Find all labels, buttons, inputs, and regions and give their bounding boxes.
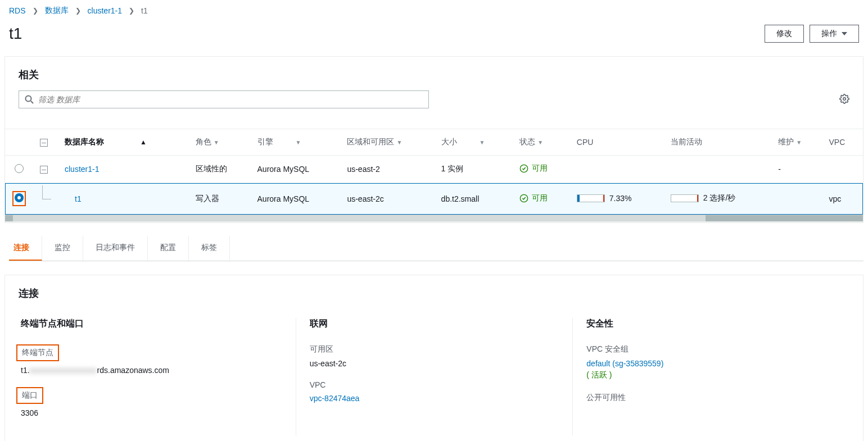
cell-vpc: vpc (822, 183, 863, 215)
chevron-right-icon: ❯ (33, 7, 38, 15)
sg-label: VPC 安全组 (586, 344, 840, 354)
caret-down-icon (842, 32, 847, 35)
row-radio[interactable] (15, 164, 24, 173)
cell-size: 1 实例 (435, 156, 513, 183)
vpc-label: VPC (310, 380, 564, 389)
az-label: 可用区 (310, 344, 564, 354)
cell-region: us-east-2 (340, 156, 434, 183)
endpoint-port-heading: 终端节点和端口 (21, 318, 287, 330)
connection-title: 连接 (19, 287, 849, 300)
cell-maintenance: - (771, 156, 822, 183)
settings-gear-icon[interactable] (839, 94, 849, 106)
tab-logs-events[interactable]: 日志和事件 (83, 236, 148, 261)
col-maintenance[interactable]: 维护▼ (771, 129, 822, 156)
tab-monitor[interactable]: 监控 (42, 236, 83, 261)
col-role[interactable]: 角色▼ (189, 129, 251, 156)
svg-line-1 (31, 101, 33, 103)
table-row[interactable]: cluster1-1 区域性的 Aurora MySQL us-east-2 1… (5, 156, 863, 183)
db-name-link[interactable]: t1 (75, 194, 82, 203)
cell-engine: Aurora MySQL (251, 156, 341, 183)
databases-table: 数据库名称 ▲ 角色▼ 引擎▼ 区域和可用区▼ 大小▼ 状态▼ CPU 当前活动… (5, 129, 863, 222)
breadcrumb: RDS ❯ 数据库 ❯ cluster1-1 ❯ t1 (0, 0, 868, 20)
row-radio-selected[interactable] (15, 193, 24, 202)
tab-connect[interactable]: 连接 (9, 236, 42, 261)
table-row[interactable]: t1 写入器 Aurora MySQL us-east-2c db.t2.sma… (5, 183, 863, 215)
check-circle-icon (519, 194, 528, 203)
connection-panel: 连接 终端节点和端口 终端节点 t1.xxxxxxxxxxxxxxxrds.am… (4, 275, 864, 441)
endpoint-label: 终端节点 (16, 344, 59, 361)
cpu-bar: 7.33% (577, 194, 632, 203)
collapse-all-icon[interactable] (40, 139, 48, 147)
table-header-row: 数据库名称 ▲ 角色▼ 引擎▼ 区域和可用区▼ 大小▼ 状态▼ CPU 当前活动… (5, 129, 863, 156)
activity-bar: 2 选择/秒 (671, 193, 736, 203)
breadcrumb-current: t1 (141, 6, 148, 15)
chevron-right-icon: ❯ (75, 7, 81, 15)
cell-region: us-east-2c (340, 183, 434, 215)
endpoint-value: t1.xxxxxxxxxxxxxxxrds.amazonaws.com (21, 366, 287, 375)
tree-branch-icon (40, 196, 51, 203)
detail-tabs: 连接 监控 日志和事件 配置 标签 (9, 236, 864, 261)
cell-role: 区域性的 (189, 156, 251, 183)
check-circle-icon (519, 164, 528, 173)
port-value: 3306 (21, 408, 287, 417)
vpc-link[interactable]: vpc-82474aea (310, 394, 360, 403)
security-group-link[interactable]: default (sg-35839559) (586, 359, 663, 368)
status-badge: 可用 (519, 163, 548, 174)
page-title: t1 (9, 25, 22, 43)
sort-asc-icon: ▲ (140, 138, 147, 146)
modify-button[interactable]: 修改 (765, 25, 804, 43)
svg-point-3 (521, 165, 528, 172)
horizontal-scrollbar[interactable] (5, 215, 863, 221)
endpoint-port-column: 终端节点和端口 终端节点 t1.xxxxxxxxxxxxxxxrds.amazo… (19, 318, 296, 435)
col-size[interactable]: 大小▼ (435, 129, 513, 156)
chevron-right-icon: ❯ (129, 7, 134, 15)
col-engine[interactable]: 引擎▼ (251, 129, 341, 156)
actions-dropdown-button[interactable]: 操作 (810, 25, 859, 43)
related-title: 相关 (19, 68, 849, 81)
tab-tags[interactable]: 标签 (189, 236, 230, 261)
related-panel: 相关 数据库名称 ▲ 角色▼ 引擎▼ (4, 56, 864, 222)
cell-engine: Aurora MySQL (251, 183, 341, 215)
col-cpu[interactable]: CPU (570, 129, 664, 156)
filter-search-box[interactable] (19, 90, 429, 108)
svg-point-0 (26, 96, 31, 102)
security-heading: 安全性 (586, 318, 840, 330)
networking-heading: 联网 (310, 318, 564, 330)
breadcrumb-rds[interactable]: RDS (9, 6, 26, 15)
cell-size: db.t2.small (435, 183, 513, 215)
svg-point-2 (843, 97, 846, 100)
az-value: us-east-2c (310, 359, 564, 368)
breadcrumb-databases[interactable]: 数据库 (45, 6, 69, 16)
port-label: 端口 (16, 387, 43, 404)
collapse-icon[interactable] (40, 166, 48, 174)
col-name[interactable]: 数据库名称 ▲ (58, 129, 189, 156)
public-access-label: 公开可用性 (586, 393, 840, 403)
col-region-az[interactable]: 区域和可用区▼ (340, 129, 434, 156)
search-icon (25, 95, 34, 104)
col-activity[interactable]: 当前活动 (664, 129, 771, 156)
breadcrumb-cluster[interactable]: cluster1-1 (88, 6, 122, 15)
filter-input[interactable] (38, 95, 423, 104)
col-vpc[interactable]: VPC (822, 129, 863, 156)
col-status[interactable]: 状态▼ (513, 129, 569, 156)
sg-active-status: ( 活跃 ) (586, 370, 840, 380)
cell-role: 写入器 (189, 183, 251, 215)
db-name-link[interactable]: cluster1-1 (65, 165, 99, 174)
tab-config[interactable]: 配置 (148, 236, 189, 261)
status-badge: 可用 (519, 193, 548, 203)
svg-point-4 (521, 194, 528, 202)
security-column: 安全性 VPC 安全组 default (sg-35839559) ( 活跃 )… (572, 318, 849, 435)
networking-column: 联网 可用区 us-east-2c VPC vpc-82474aea (296, 318, 573, 435)
